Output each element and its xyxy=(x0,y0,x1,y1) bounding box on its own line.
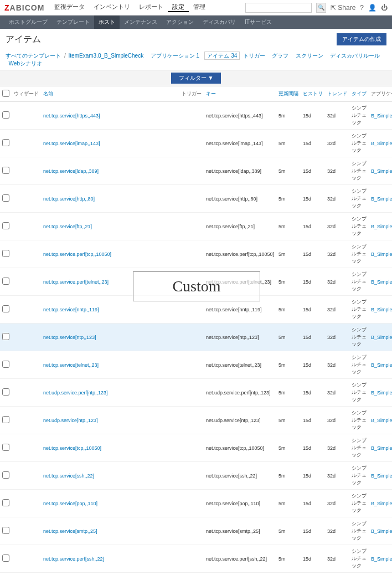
top-nav-3[interactable]: 設定 xyxy=(168,3,189,12)
item-name-link[interactable]: net.tcp.service[smtp,,25] xyxy=(43,528,97,534)
sub-nav-6[interactable]: ITサービス xyxy=(240,16,276,29)
row-check[interactable] xyxy=(2,222,9,229)
row-check[interactable] xyxy=(2,111,9,119)
app-link[interactable]: B_SimpleCheck xyxy=(371,196,392,202)
share-link[interactable]: ⇱ Share xyxy=(331,4,355,12)
item-name-link[interactable]: net.tcp.service[pop,,110] xyxy=(43,501,97,506)
app-link[interactable]: B_SimpleCheck xyxy=(371,279,392,285)
item-name-link[interactable]: net.tcp.service.perf[telnet,,23] xyxy=(43,279,109,285)
search-button[interactable]: 🔍 xyxy=(316,3,326,13)
row-check[interactable] xyxy=(2,167,9,174)
row-check[interactable] xyxy=(2,388,9,396)
top-nav-4[interactable]: 管理 xyxy=(189,3,210,12)
item-name-link[interactable]: net.tcp.service[tcp,,10050] xyxy=(43,445,101,451)
item-name-link[interactable]: net.tcp.service[https,,443] xyxy=(43,113,100,119)
interval-cell: 5m xyxy=(276,185,301,213)
col-interval[interactable]: 更新間隔 xyxy=(276,86,301,102)
item-name-link[interactable]: net.tcp.service[telnet,,23] xyxy=(43,362,99,368)
sub-nav-1[interactable]: テンプレート xyxy=(52,16,94,29)
user-icon[interactable]: 👤 xyxy=(368,4,376,12)
history-cell: 15d xyxy=(301,490,325,517)
col-key[interactable]: キー xyxy=(204,86,276,102)
power-icon[interactable]: ⏻ xyxy=(381,4,388,12)
item-name-link[interactable]: net.tcp.service[nntp,,119] xyxy=(43,307,99,312)
row-check[interactable] xyxy=(2,471,9,479)
row-check[interactable] xyxy=(2,416,9,423)
app-link[interactable]: B_SimpleCheck xyxy=(371,335,392,340)
app-link[interactable]: B_SimpleCheck xyxy=(371,445,392,451)
app-link[interactable]: B_SimpleCheck xyxy=(371,141,392,146)
check-all[interactable] xyxy=(2,90,9,97)
item-name-link[interactable]: net.udp.service.perf[ntp,,123] xyxy=(43,390,108,396)
wizard-cell xyxy=(12,517,41,545)
item-name-link[interactable]: net.tcp.service[ntp,,123] xyxy=(43,335,96,340)
crumb-screens[interactable]: スクリーン xyxy=(296,53,323,59)
row-check[interactable] xyxy=(2,305,9,312)
item-name-link[interactable]: net.tcp.service.perf[ssh,,22] xyxy=(43,556,104,562)
row-check[interactable] xyxy=(2,194,9,202)
row-check[interactable] xyxy=(2,527,9,534)
key-cell: net.udp.service.perf[ntp,,123] xyxy=(204,379,276,407)
sub-nav-0[interactable]: ホストグループ xyxy=(4,16,52,29)
sub-nav-2[interactable]: ホスト xyxy=(94,16,120,29)
app-link[interactable]: B_SimpleCheck xyxy=(371,224,392,229)
item-name-link[interactable]: net.tcp.service[http,,80] xyxy=(43,196,95,202)
app-link[interactable]: B_SimpleCheck xyxy=(371,473,392,479)
app-link[interactable]: B_SimpleCheck xyxy=(371,501,392,506)
row-check[interactable] xyxy=(2,361,9,368)
history-cell: 15d xyxy=(301,517,325,545)
history-cell: 15d xyxy=(301,268,325,296)
crumb-web[interactable]: Webシナリオ xyxy=(9,60,42,66)
crumb-discovery[interactable]: ディスカバリルール xyxy=(330,53,380,59)
col-name[interactable]: 名前 xyxy=(41,86,179,102)
row-check[interactable] xyxy=(2,444,9,451)
app-link[interactable]: B_SimpleCheck xyxy=(371,113,392,119)
item-name-link[interactable]: net.tcp.service[imap,,143] xyxy=(43,141,100,146)
item-name-link[interactable]: net.udp.service[ntp,,123] xyxy=(43,418,98,423)
top-nav-1[interactable]: インベントリ xyxy=(89,3,135,12)
table-row: net.tcp.service[https,,443]net.tcp.servi… xyxy=(0,102,392,130)
row-check[interactable] xyxy=(2,333,9,340)
key-cell: net.tcp.service[ntp,,123] xyxy=(204,324,276,351)
sub-nav-4[interactable]: アクション xyxy=(162,16,198,29)
crumb-all-templates[interactable]: すべてのテンプレート xyxy=(6,53,61,59)
top-nav-0[interactable]: 監視データ xyxy=(50,3,89,12)
interval-cell: 5m xyxy=(276,379,301,407)
create-item-button[interactable]: アイテムの作成 xyxy=(337,33,386,45)
table-row: net.tcp.service[ftp,,21]net.tcp.service[… xyxy=(0,213,392,240)
sub-nav-5[interactable]: ディスカバリ xyxy=(198,16,240,29)
app-link[interactable]: B_SimpleCheck xyxy=(371,528,392,534)
col-trend[interactable]: トレンド xyxy=(325,86,349,102)
item-name-link[interactable]: net.tcp.service[ldap,,389] xyxy=(43,168,99,174)
crumb-application[interactable]: アプリケーション 1 xyxy=(151,53,199,59)
app-link[interactable]: B_SimpleCheck xyxy=(371,418,392,423)
crumb-items[interactable]: アイテム 34 xyxy=(204,52,240,60)
col-type[interactable]: タイプ xyxy=(349,86,369,102)
row-check[interactable] xyxy=(2,250,9,257)
col-history[interactable]: ヒストリ xyxy=(301,86,325,102)
app-link[interactable]: B_SimpleCheck xyxy=(371,362,392,368)
type-cell: シンプルチェック xyxy=(349,379,369,407)
item-name-link[interactable]: net.tcp.service.perf[tcp,,10050] xyxy=(43,251,111,257)
app-link[interactable]: B_SimpleCheck xyxy=(371,251,392,257)
help-icon[interactable]: ? xyxy=(360,4,364,12)
type-cell: シンプルチェック xyxy=(349,213,369,240)
app-link[interactable]: B_SimpleCheck xyxy=(371,168,392,174)
crumb-template[interactable]: ItemExam3.0_B_SimpleCheck xyxy=(69,53,144,59)
item-name-link[interactable]: net.tcp.service[ftp,,21] xyxy=(43,224,92,229)
filter-button[interactable]: フィルター ▼ xyxy=(171,73,221,84)
key-cell: net.tcp.service[ftp,,21] xyxy=(204,213,276,240)
crumb-graphs[interactable]: グラフ xyxy=(272,53,288,59)
row-check[interactable] xyxy=(2,278,9,285)
row-check[interactable] xyxy=(2,139,9,146)
item-name-link[interactable]: net.tcp.service[ssh,,22] xyxy=(43,473,94,479)
app-link[interactable]: B_SimpleCheck xyxy=(371,390,392,396)
search-input[interactable] xyxy=(245,3,312,13)
crumb-triggers[interactable]: トリガー xyxy=(243,53,265,59)
row-check[interactable] xyxy=(2,555,9,562)
row-check[interactable] xyxy=(2,499,9,506)
sub-nav-3[interactable]: メンテナンス xyxy=(120,16,162,29)
top-nav-2[interactable]: レポート xyxy=(135,3,168,12)
app-link[interactable]: B_SimpleCheck xyxy=(371,307,392,312)
app-link[interactable]: B_SimpleCheck xyxy=(371,556,392,562)
